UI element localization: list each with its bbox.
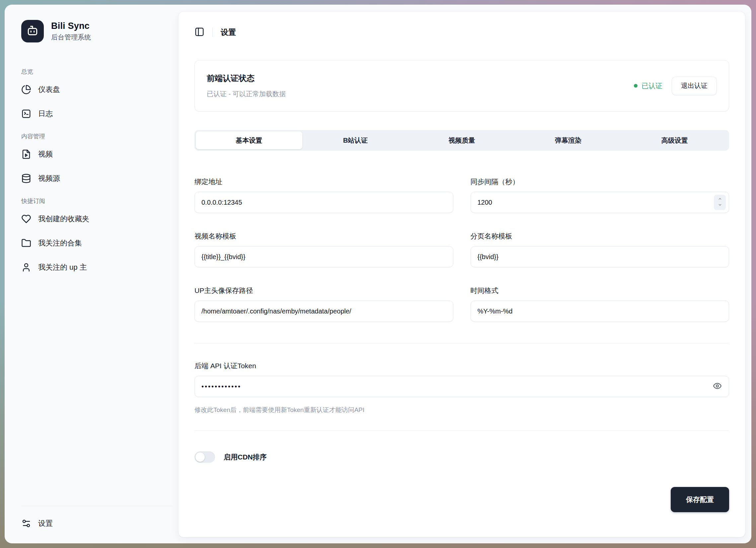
settings-tabs: 基本设置 B站认证 视频质量 弹幕渲染 高级设置 xyxy=(194,130,729,151)
user-icon xyxy=(21,263,31,273)
heart-icon xyxy=(21,214,31,224)
database-icon xyxy=(21,174,31,184)
app-window: Bili Sync 后台管理系统 总览 仪表盘 日志 xyxy=(0,0,756,548)
sidebar-item-label: 视频源 xyxy=(38,174,60,184)
settings-card: 设置 前端认证状态 已认证 - 可以正常加载数据 已认证 退出认证 xyxy=(178,11,745,537)
chevron-up-icon xyxy=(718,196,722,202)
status-dot xyxy=(634,84,638,88)
field-label: 分页名称模板 xyxy=(471,232,729,241)
eye-icon xyxy=(713,381,722,391)
page-name-template-input[interactable] xyxy=(471,246,729,268)
file-video-icon xyxy=(21,149,31,159)
sidebar-item-dashboard[interactable]: 仪表盘 xyxy=(16,80,172,100)
bind-address-input[interactable] xyxy=(194,192,453,213)
field-api-token: 后端 API 认证Token 修改此Token后，前端需要使用新Token重新认… xyxy=(194,361,729,414)
time-format-input[interactable] xyxy=(471,300,729,322)
sidebar-item-settings[interactable]: 设置 xyxy=(16,513,166,533)
sidebar-item-label: 视频 xyxy=(38,149,53,159)
sidebar: Bili Sync 后台管理系统 总览 仪表盘 日志 xyxy=(5,5,178,543)
status-badge-label: 已认证 xyxy=(642,81,662,91)
sidebar-item-label: 日志 xyxy=(38,109,53,119)
tab-bilibili-auth[interactable]: B站认证 xyxy=(302,131,409,149)
nav-section-content: 内容管理 xyxy=(21,132,178,140)
api-token-input[interactable] xyxy=(194,376,729,397)
field-page-name-template: 分页名称模板 xyxy=(471,232,729,268)
sidebar-item-label: 我创建的收藏夹 xyxy=(38,214,89,224)
brand: Bili Sync 后台管理系统 xyxy=(21,20,178,42)
app-logo xyxy=(21,20,44,42)
sidebar-item-logs[interactable]: 日志 xyxy=(16,104,172,124)
sidebar-nav: 总览 仪表盘 日志 内容管理 xyxy=(21,68,178,281)
field-label: 视频名称模板 xyxy=(194,232,453,241)
pie-chart-icon xyxy=(21,85,31,95)
tab-video-quality[interactable]: 视频质量 xyxy=(409,131,515,149)
sync-interval-input[interactable] xyxy=(471,192,729,213)
tab-basic-settings[interactable]: 基本设置 xyxy=(196,131,302,149)
cdn-toggle-label: 启用CDN排序 xyxy=(224,452,267,462)
upper-avatar-path-input[interactable] xyxy=(194,300,453,322)
sidebar-item-label: 仪表盘 xyxy=(38,85,60,95)
main-area: 设置 前端认证状态 已认证 - 可以正常加载数据 已认证 退出认证 xyxy=(178,5,751,543)
field-sync-interval: 同步间隔（秒） xyxy=(471,177,729,213)
token-helper-text: 修改此Token后，前端需要使用新Token重新认证才能访问API xyxy=(194,406,729,414)
sidebar-item-label: 设置 xyxy=(38,518,53,528)
nav-section-subscriptions: 快捷订阅 xyxy=(21,197,178,205)
video-name-template-input[interactable] xyxy=(194,246,453,268)
bot-icon xyxy=(26,24,39,38)
sidebar-toggle-button[interactable] xyxy=(194,27,204,38)
tab-advanced-settings[interactable]: 高级设置 xyxy=(621,131,728,149)
chevron-down-icon xyxy=(718,202,722,208)
auth-status-title: 前端认证状态 xyxy=(207,73,286,84)
terminal-icon xyxy=(21,109,31,119)
sidebar-item-collections[interactable]: 我关注的合集 xyxy=(16,233,172,253)
cdn-sorting-row: 启用CDN排序 xyxy=(194,449,729,465)
sidebar-item-label: 我关注的 up 主 xyxy=(38,263,87,273)
folder-icon xyxy=(21,238,31,248)
sidebar-item-videos[interactable]: 视频 xyxy=(16,144,172,164)
number-stepper[interactable] xyxy=(714,195,726,210)
nav-section-overview: 总览 xyxy=(21,68,178,76)
sidebar-item-video-sources[interactable]: 视频源 xyxy=(16,169,172,189)
field-label: 时间格式 xyxy=(471,286,729,295)
page-header: 设置 xyxy=(194,22,729,43)
field-label: UP主头像保存路径 xyxy=(194,286,453,295)
field-label: 绑定地址 xyxy=(194,177,453,187)
toggle-thumb xyxy=(195,452,205,462)
page-title: 设置 xyxy=(221,27,236,38)
panel-left-icon xyxy=(194,27,204,38)
toggle-token-visibility-button[interactable] xyxy=(713,381,722,391)
sidebar-footer: 设置 xyxy=(21,506,172,543)
field-upper-avatar-path: UP主头像保存路径 xyxy=(194,286,453,322)
sidebar-item-favorites[interactable]: 我创建的收藏夹 xyxy=(16,209,172,229)
field-bind-address: 绑定地址 xyxy=(194,177,453,213)
app-title: Bili Sync xyxy=(51,21,91,31)
field-label: 后端 API 认证Token xyxy=(194,361,729,370)
auth-status-subtitle: 已认证 - 可以正常加载数据 xyxy=(207,90,286,99)
form-actions: 保存配置 xyxy=(194,487,729,512)
app-panel: Bili Sync 后台管理系统 总览 仪表盘 日志 xyxy=(5,5,751,543)
header-divider xyxy=(212,28,213,37)
app-subtitle: 后台管理系统 xyxy=(51,33,91,42)
field-video-name-template: 视频名称模板 xyxy=(194,232,453,268)
settings-form-grid: 绑定地址 同步间隔（秒） xyxy=(194,177,729,322)
field-label: 同步间隔（秒） xyxy=(471,177,729,187)
save-config-button[interactable]: 保存配置 xyxy=(671,487,729,512)
cdn-toggle[interactable] xyxy=(194,451,215,463)
sidebar-item-label: 我关注的合集 xyxy=(38,238,82,248)
sidebar-item-followed-uppers[interactable]: 我关注的 up 主 xyxy=(16,258,172,277)
sliders-icon xyxy=(21,518,31,528)
status-badge: 已认证 xyxy=(634,81,662,91)
field-time-format: 时间格式 xyxy=(471,286,729,322)
section-divider xyxy=(194,343,729,343)
auth-status-card: 前端认证状态 已认证 - 可以正常加载数据 已认证 退出认证 xyxy=(194,60,729,112)
logout-auth-button[interactable]: 退出认证 xyxy=(672,77,717,95)
tab-danmaku-render[interactable]: 弹幕渲染 xyxy=(515,131,622,149)
